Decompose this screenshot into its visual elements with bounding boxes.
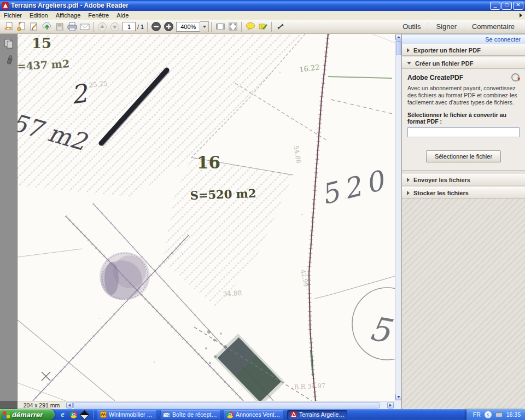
chevron-right-icon: [407, 178, 410, 182]
create-pdf-button[interactable]: [15, 21, 28, 32]
green-measure-line: [328, 77, 392, 78]
pdf-document-view[interactable]: 15 =437 m2 25.25 2 57 m2 16 S=520 m2 54.…: [18, 34, 395, 401]
section-send-files[interactable]: Envoyer les fichiers: [402, 174, 525, 185]
internet-explorer-icon[interactable]: e: [59, 411, 67, 419]
chevron-right-icon: [407, 48, 410, 52]
create-pdf-icon: [16, 22, 27, 31]
navigation-pane-strip: [0, 34, 18, 401]
task-winimmobilier[interactable]: WinImmobilier Version...: [97, 410, 157, 419]
menu-aide[interactable]: Aide: [113, 11, 132, 20]
status-corner: [0, 401, 18, 409]
scroll-right-button[interactable]: [387, 402, 394, 409]
createpdf-service-icon: [511, 73, 520, 81]
menu-fichier[interactable]: Fichier: [0, 11, 26, 20]
next-page-button[interactable]: [108, 21, 121, 32]
maximize-button[interactable]: □: [501, 2, 512, 10]
menu-bar: Fichier Edition Affichage Fenêtre Aide: [0, 11, 525, 20]
comment-bubble-icon: [245, 22, 256, 31]
chevron-down-icon: [203, 26, 206, 28]
highlight-button[interactable]: T: [256, 21, 269, 32]
scroll-left-button[interactable]: [66, 402, 73, 409]
print-button[interactable]: [66, 21, 78, 32]
task-label: WinImmobilier Version...: [109, 411, 154, 418]
attachments-button[interactable]: [2, 54, 15, 67]
task-inbox[interactable]: Boîte de réception - ...: [160, 410, 220, 419]
page-total-label: / 1: [137, 24, 144, 30]
task-annonces[interactable]: Annonces Ventes Imm...: [224, 410, 284, 419]
minimize-button[interactable]: _: [490, 2, 500, 10]
adobe-reader-icon: [2, 2, 9, 9]
hide-icons-chevron[interactable]: ‹: [485, 411, 492, 418]
system-tray: FR ‹ 16:35: [466, 409, 525, 420]
zoom-out-button[interactable]: [150, 21, 162, 32]
vertical-scrollbar[interactable]: [395, 34, 401, 401]
chrome-icon: [226, 411, 234, 418]
close-button[interactable]: ✕: [513, 2, 523, 10]
cloud-upload-icon: [42, 22, 52, 31]
sign-in-link[interactable]: Se connecter: [402, 34, 525, 44]
language-indicator[interactable]: FR: [473, 411, 481, 418]
highlight-icon: T: [258, 22, 269, 31]
cloud-upload-button[interactable]: [40, 21, 53, 32]
section-export-pdf[interactable]: Exporter un fichier PDF: [402, 44, 525, 56]
tab-outils[interactable]: Outils: [395, 22, 428, 31]
scrollbar-corner: [395, 401, 401, 409]
menu-overflow-arrow-icon[interactable]: [520, 13, 522, 18]
scribble-blob: [100, 252, 150, 300]
open-file-button[interactable]: [3, 21, 15, 32]
measure-5486-label: 54.86: [292, 145, 303, 164]
tools-panel: Se connecter Exporter un fichier PDF Cré…: [401, 34, 525, 409]
menu-edition[interactable]: Edition: [26, 11, 52, 20]
scroll-mode-button[interactable]: [214, 21, 226, 32]
fullscreen-button[interactable]: [274, 21, 287, 32]
zoom-dropdown-button[interactable]: [200, 21, 209, 32]
menu-fenetre[interactable]: Fenêtre: [84, 11, 113, 20]
page-up-icon: [97, 22, 107, 32]
measure-br3497-label: B.R 34.97: [294, 382, 325, 391]
tab-signer[interactable]: Signer: [429, 22, 464, 31]
task-terrains-pdf[interactable]: Terrains Argeliers.pdf...: [287, 410, 347, 419]
windows-logo-icon: [3, 411, 10, 418]
section-create-label: Créer un fichier PDF: [415, 60, 473, 67]
page-thumbnails-icon: [4, 38, 14, 49]
panel-empty-area: [402, 199, 525, 409]
email-button[interactable]: [78, 21, 91, 32]
comment-button[interactable]: [244, 21, 256, 32]
horizontal-scroll-thumb[interactable]: [73, 402, 380, 409]
select-file-label: Sélectionner le fichier à convertir au f…: [407, 112, 520, 125]
tray-icon[interactable]: [495, 412, 503, 417]
section-store-files[interactable]: Stocker les fichiers: [402, 187, 525, 199]
vertical-scroll-thumb[interactable]: [396, 41, 401, 55]
left-horizontal-line: [18, 249, 82, 257]
page-thumbnails-button[interactable]: [2, 37, 15, 50]
file-to-convert-input[interactable]: [407, 127, 520, 137]
section-create-pdf[interactable]: Créer un fichier PDF: [402, 57, 525, 69]
parcel-16-hatch: [163, 158, 293, 307]
tab-commentaire[interactable]: Commentaire: [465, 22, 522, 31]
select-file-button[interactable]: Sélectionner le fichier: [426, 150, 501, 162]
bottom-left-line: [18, 383, 66, 401]
start-button[interactable]: démarrer: [0, 409, 55, 420]
section-export-label: Exporter un fichier PDF: [413, 47, 481, 54]
menu-affichage[interactable]: Affichage: [52, 11, 85, 20]
paperclip-icon: [4, 54, 13, 66]
save-button[interactable]: [53, 21, 66, 32]
measure-4299-label: 42.99: [299, 269, 310, 288]
parcel-15-label: 15: [32, 35, 51, 51]
task-label: Terrains Argeliers.pdf...: [299, 411, 345, 418]
zoom-level-value[interactable]: 400%: [176, 22, 200, 32]
arrow-right-icon: [389, 404, 392, 407]
scroll-mode-icon: [215, 22, 226, 31]
media-app-icon[interactable]: [80, 411, 89, 419]
page-number-input[interactable]: [122, 22, 136, 31]
createpdf-description: Avec un abonnement payant, convertissez …: [407, 85, 520, 106]
page-size-status: 204 x 291 mm: [18, 401, 66, 409]
chrome-icon[interactable]: [69, 411, 78, 419]
top-right-faint-line: [372, 34, 395, 43]
previous-page-button[interactable]: [96, 21, 108, 32]
zoom-in-button[interactable]: [162, 21, 175, 32]
horizontal-scrollbar[interactable]: [66, 401, 395, 409]
fit-page-icon: [228, 22, 238, 31]
fit-page-button[interactable]: [226, 21, 239, 32]
sign-document-button[interactable]: [28, 21, 40, 32]
